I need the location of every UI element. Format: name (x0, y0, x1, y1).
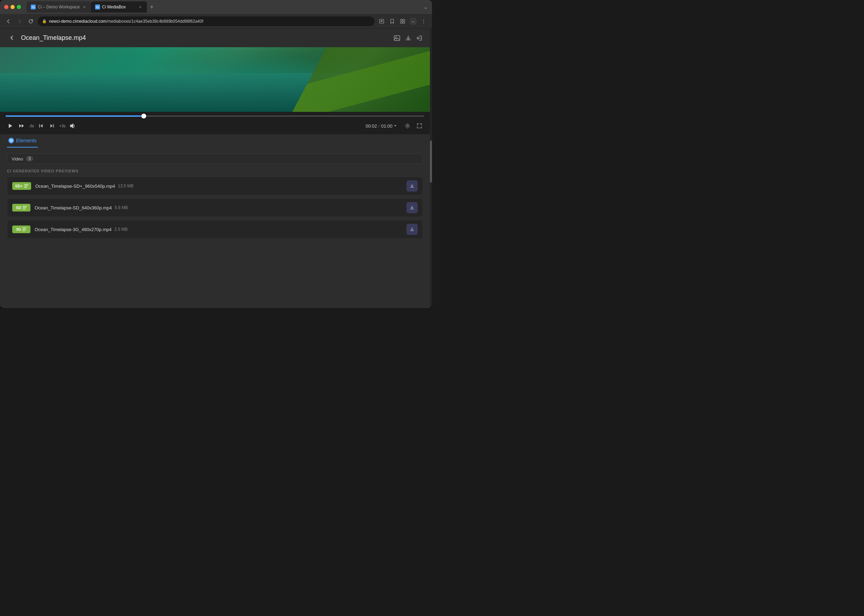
extensions-button[interactable] (398, 17, 407, 25)
time-total[interactable]: 01:00 (381, 123, 397, 129)
fast-forward-button[interactable] (17, 121, 27, 131)
svg-marker-16 (70, 124, 73, 128)
time-display: 00:02 / 01:00 (365, 123, 397, 129)
svg-point-8 (396, 37, 397, 38)
total-time: 01:00 (381, 123, 392, 129)
elements-tab-icon (8, 138, 14, 143)
tab-demo[interactable]: Ci Ci – Demo Workspace × (27, 2, 91, 13)
minimize-window-button[interactable] (11, 5, 15, 9)
traffic-lights (4, 5, 21, 9)
share-button[interactable] (378, 17, 386, 25)
svg-point-18 (407, 125, 409, 127)
tab-close-mediabox[interactable]: × (138, 5, 143, 9)
exit-button[interactable] (416, 34, 423, 41)
title-bar: Ci Ci – Demo Workspace × Ci Ci MediaBox … (0, 0, 432, 14)
file-list: SD+ Ocean_Timelapse-SD+_960x540p.mp4 13.… (7, 176, 423, 239)
tab-mediabox[interactable]: Ci Ci MediaBox × (91, 2, 147, 13)
download-button-0[interactable] (406, 181, 418, 192)
tab-label-demo: Ci – Demo Workspace (38, 5, 80, 9)
play-button[interactable] (6, 121, 16, 131)
svg-rect-1 (401, 19, 402, 21)
browser-actions: Ci ⋮ (378, 17, 428, 25)
svg-rect-12 (39, 124, 40, 127)
tab-favicon-mediabox: Ci (95, 5, 100, 9)
tab-favicon-demo: Ci (31, 5, 36, 9)
elements-tab-label: Elements (16, 138, 36, 143)
scrollbar-track[interactable] (430, 29, 432, 308)
elements-tab-bar: Elements (7, 134, 423, 148)
svg-marker-13 (40, 124, 42, 127)
forward-nav-button[interactable] (16, 17, 24, 25)
badge-lines-0 (24, 184, 28, 188)
video-tab-button[interactable]: Video 3 (7, 154, 423, 164)
video-tab-label: Video (11, 156, 23, 162)
download-button-1[interactable] (406, 202, 418, 213)
progress-thumb (141, 114, 146, 118)
skip-forward-button[interactable]: +3s (58, 121, 66, 131)
settings-button[interactable] (403, 121, 412, 131)
video-count-badge: 3 (26, 156, 33, 162)
svg-rect-14 (53, 124, 54, 127)
address-input[interactable]: 🔒 newci-demo.cimediacloud.com/mediaboxes… (38, 16, 375, 26)
download-header-button[interactable] (405, 34, 412, 41)
badge-line (22, 229, 26, 230)
volume-button[interactable] (68, 121, 77, 131)
close-window-button[interactable] (4, 5, 8, 9)
svg-rect-7 (394, 36, 400, 41)
skip-to-start-button[interactable] (36, 121, 46, 131)
badge-lines-2 (22, 228, 27, 231)
address-text: newci-demo.cimediacloud.com/mediaboxes/1… (49, 19, 203, 24)
file-info-0: Ocean_Timelapse-SD+_960x540p.mp4 13.5 MB (35, 184, 402, 189)
scrollbar-thumb[interactable] (430, 141, 432, 182)
main-content: Ocean_Timelapse.mp4 (0, 29, 430, 308)
back-nav-button[interactable] (4, 17, 13, 25)
maximize-window-button[interactable] (17, 5, 21, 9)
file-badge-1: SD (12, 204, 30, 212)
reload-button[interactable] (27, 17, 35, 25)
address-path: /mediaboxes/1c4ae35eb38c4b889b054dd98f62… (106, 19, 203, 24)
controls-right (403, 121, 424, 131)
svg-text:Ci: Ci (412, 20, 414, 24)
badge-line (22, 230, 25, 231)
time-separator: / (378, 123, 380, 129)
progress-bar[interactable] (6, 115, 424, 117)
more-button[interactable]: ⋮ (419, 17, 428, 25)
tab-close-demo[interactable]: × (82, 5, 87, 9)
file-item: 3G Ocean_Timelapse-3G_480x270p.mp4 2.5 M… (7, 220, 423, 239)
new-tab-button[interactable]: + (147, 2, 157, 12)
svg-rect-3 (401, 22, 402, 24)
file-badge-2: 3G (12, 225, 30, 233)
skip-to-end-button[interactable] (47, 121, 57, 131)
address-bar: 🔒 newci-demo.cimediacloud.com/mediaboxes… (0, 14, 432, 29)
image-view-button[interactable] (393, 34, 401, 41)
tab-actions-chevron[interactable]: ⌄ (423, 4, 428, 10)
file-badge-0: SD+ (12, 182, 31, 190)
fullscreen-button[interactable] (414, 121, 424, 131)
badge-lines-1 (23, 206, 27, 209)
app-back-button[interactable] (7, 33, 17, 42)
file-item: SD Ocean_Timelapse-SD_640x360p.mp4 5.6 M… (7, 198, 423, 217)
file-info-1: Ocean_Timelapse-SD_640x360p.mp4 5.6 MB (35, 205, 402, 211)
elements-tab[interactable]: Elements (7, 134, 38, 148)
badge-label-1: SD (16, 206, 21, 210)
badge-line (23, 206, 27, 207)
ci-extension-button[interactable]: Ci (409, 17, 417, 25)
file-title: Ocean_Timelapse.mp4 (21, 34, 389, 42)
progress-filled (6, 115, 144, 117)
current-time: 00:02 (365, 123, 377, 129)
badge-label-0: SD+ (15, 184, 23, 188)
video-thumbnail (0, 47, 430, 112)
svg-marker-10 (19, 124, 21, 127)
badge-label-2: 3G (16, 227, 21, 231)
playback-controls: -3s +3s 00:02 / 01:00 (0, 112, 430, 134)
badge-line (22, 228, 27, 228)
file-name-1: Ocean_Timelapse-SD_640x360p.mp4 (35, 205, 112, 211)
download-button-2[interactable] (406, 224, 418, 235)
elements-panel: Elements Video 3 CI GENERATED VIDEO PREV… (0, 134, 430, 308)
skip-back-button[interactable]: -3s (28, 121, 35, 131)
file-size-1: 5.6 MB (115, 205, 128, 210)
tabs-bar: Ci Ci – Demo Workspace × Ci Ci MediaBox … (27, 2, 421, 13)
svg-marker-15 (50, 124, 53, 127)
bookmark-button[interactable] (388, 17, 396, 25)
file-size-0: 13.5 MB (118, 184, 134, 189)
